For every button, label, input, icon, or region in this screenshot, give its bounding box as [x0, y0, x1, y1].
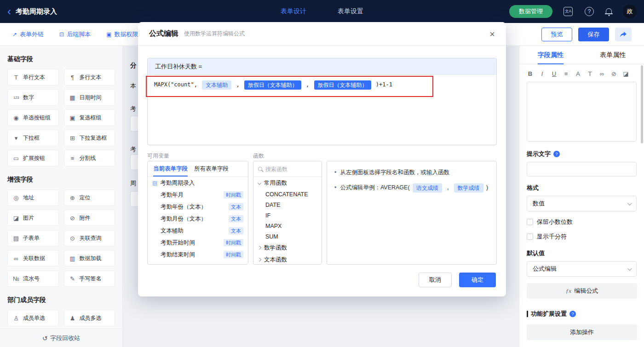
field-recycle-bin[interactable]: ↺ 字段回收站 [0, 329, 122, 347]
field-card[interactable]: №流水号 [7, 270, 59, 287]
italic-icon[interactable]: I [539, 70, 546, 77]
example-field-tag[interactable]: 语文成绩 [413, 183, 442, 193]
field-card[interactable]: ▤子表单 [7, 230, 59, 246]
bold-icon[interactable]: B [527, 70, 534, 77]
help-line: • 从左侧面板选择字段名和函数，或输入函数 [334, 168, 489, 177]
function-item[interactable]: MAPX [253, 221, 322, 231]
function-search [253, 161, 322, 177]
insert-image-icon[interactable]: ◪ [622, 70, 629, 77]
field-card[interactable]: ◉单选按钮组 [7, 109, 59, 126]
preview-button[interactable]: 预览 [541, 28, 572, 41]
edit-formula-button[interactable]: ƒx 编辑公式 [527, 283, 637, 299]
field-card[interactable]: ≡分割线 [64, 150, 115, 166]
back-icon[interactable]: ‹ [7, 6, 11, 17]
hint-input[interactable] [527, 162, 637, 176]
field-card[interactable]: ▣复选框组 [64, 109, 115, 126]
field-card[interactable]: ♟成员多选 [64, 310, 115, 326]
example-field-tag[interactable]: 数学成绩 [454, 183, 483, 193]
field-card[interactable]: ⊕定位 [64, 189, 115, 206]
single-line-text-icon: T [12, 74, 20, 81]
field-card[interactable]: ♙成员单选 [7, 310, 59, 326]
field-card[interactable]: 123数字 [7, 89, 59, 106]
variable-item[interactable]: 考勤结束时间时间戳 [148, 249, 248, 261]
formula-field-tag[interactable]: 放假日（文本辅助） [314, 80, 371, 90]
help-circle-icon[interactable]: ? [569, 311, 576, 317]
topbar-icons: 文A? [564, 7, 612, 16]
field-card[interactable]: T单行文本 [7, 69, 59, 85]
toolbar-item[interactable]: ↗表单外链 [12, 30, 44, 39]
function-item[interactable]: IF [253, 210, 322, 221]
variable-item[interactable]: 考勤开始时间时间戳 [148, 237, 248, 249]
data-manage-button[interactable]: 数据管理 [509, 5, 552, 18]
field-card[interactable]: ▥数据加载 [64, 250, 115, 267]
field-card[interactable]: ▭扩展按钮 [7, 150, 59, 166]
help-icon[interactable]: ? [585, 7, 594, 16]
cancel-button[interactable]: 取消 [419, 273, 452, 287]
topbar-tab[interactable]: 表单设计 [281, 7, 306, 16]
avatar[interactable]: 政 [623, 5, 637, 18]
variable-item[interactable]: 考勤年月时间戳 [148, 189, 248, 201]
share-button[interactable] [615, 28, 632, 41]
sidebar-section-title: 基础字段 [7, 55, 115, 63]
function-group[interactable]: 数学函数 [253, 242, 322, 254]
variables-tab[interactable]: 当前表单字段 [153, 161, 188, 176]
field-card[interactable]: ◪图片 [7, 210, 59, 226]
translate-icon[interactable]: 文A [564, 7, 573, 16]
font-size-icon[interactable]: T [586, 70, 593, 77]
ok-button[interactable]: 确定 [459, 273, 496, 287]
close-icon[interactable]: × [489, 29, 495, 39]
search-input[interactable] [265, 166, 311, 172]
align-icon[interactable]: ≡ [563, 70, 569, 77]
field-card[interactable]: ▦日期时间 [64, 89, 115, 106]
bell-icon[interactable] [606, 8, 612, 13]
field-card-label: 下拉框 [23, 134, 40, 142]
function-item[interactable]: SUM [253, 231, 322, 242]
variables-list: ▤考勤周期录入考勤年月时间戳考勤年份（文本）文本考勤月份（文本）文本文本辅助文本… [148, 177, 248, 261]
properties-tab[interactable]: 表单属性 [582, 46, 644, 64]
add-action-button[interactable]: 添加操作 [527, 324, 637, 340]
toolbar-item[interactable]: ⊡后端脚本 [59, 30, 91, 39]
address-icon: ◎ [12, 194, 20, 201]
field-sidebar: 基础字段T单行文本¶多行文本123数字▦日期时间◉单选按钮组▣复选框组▾下拉框⊞… [0, 46, 123, 347]
variable-item[interactable]: 考勤月份（文本）文本 [148, 213, 248, 225]
save-button[interactable]: 保存 [578, 28, 609, 41]
unlink-icon[interactable]: ⊘ [610, 70, 617, 77]
chevron-down-icon [258, 181, 261, 185]
toolbar-item-label: 表单外链 [20, 30, 44, 39]
field-card[interactable]: ∞关联数据 [7, 250, 59, 267]
signature-icon: ✎ [69, 275, 76, 282]
function-group[interactable]: 常用函数 [253, 177, 322, 189]
default-value-select[interactable]: 公式编辑 [527, 261, 637, 277]
formula-editor-line[interactable]: MAPX("count", 文本辅助 , 放假日（文本辅助） , 放假日（文本辅… [148, 75, 496, 94]
underline-icon[interactable]: U [551, 70, 558, 77]
field-card[interactable]: ⊘附件 [64, 210, 115, 226]
field-card[interactable]: ¶多行文本 [64, 69, 115, 85]
format-select[interactable]: 数值 [527, 196, 637, 211]
field-card[interactable]: ▾下拉框 [7, 130, 59, 146]
variables-tab[interactable]: 所有表单字段 [194, 161, 229, 176]
member-multi-icon: ♟ [69, 315, 76, 322]
scrollbar-thumb[interactable] [641, 65, 643, 143]
font-color-icon[interactable]: A [575, 70, 581, 77]
topbar-tab[interactable]: 表单设置 [338, 7, 363, 16]
variable-item[interactable]: 文本辅助文本 [148, 225, 248, 237]
link-icon[interactable]: ∞ [598, 70, 605, 77]
field-card[interactable]: ⊞下拉复选框 [64, 130, 115, 146]
field-card[interactable]: ✎手写签名 [64, 270, 115, 287]
properties-tab[interactable]: 字段属性 [519, 46, 582, 64]
field-card[interactable]: ⊙关联查询 [64, 230, 115, 246]
formula-field-tag[interactable]: 放假日（文本辅助） [244, 80, 301, 90]
field-card-label: 下拉复选框 [80, 134, 107, 142]
formula-field-tag[interactable]: 文本辅助 [202, 80, 231, 90]
variable-item[interactable]: 考勤年份（文本）文本 [148, 201, 248, 213]
checkbox[interactable] [527, 219, 533, 225]
checkbox[interactable] [527, 233, 533, 240]
function-group[interactable]: 文本函数 [253, 254, 322, 265]
field-card[interactable]: ◎地址 [7, 189, 59, 206]
field-title-editor[interactable] [527, 82, 637, 142]
function-item[interactable]: CONCATENATE [253, 189, 322, 199]
variables-root[interactable]: ▤考勤周期录入 [148, 177, 248, 189]
function-item[interactable]: DATE [253, 199, 322, 210]
toolbar-item[interactable]: ▣数据权限 [106, 30, 138, 39]
help-circle-icon[interactable]: ? [553, 151, 560, 157]
